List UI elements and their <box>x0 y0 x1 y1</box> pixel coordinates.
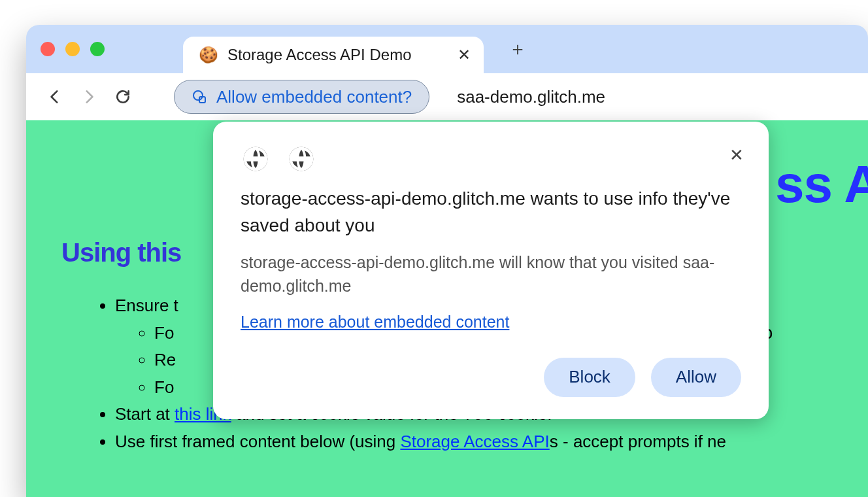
allow-button[interactable]: Allow <box>651 358 741 397</box>
storage-access-api-link[interactable]: Storage Access API <box>400 432 549 451</box>
window-minimize-icon[interactable] <box>65 42 80 56</box>
browser-tab[interactable]: 🍪 Storage Access API Demo ✕ <box>183 37 484 73</box>
page-heading-fragment: ss A <box>775 154 868 214</box>
permission-chip[interactable]: Allow embedded content? <box>174 80 429 114</box>
list-item: Use first framed content below (using St… <box>115 428 868 456</box>
globe-icon <box>241 144 271 174</box>
permission-chip-label: Allow embedded content? <box>216 87 412 107</box>
popup-close-icon[interactable]: ✕ <box>729 145 744 165</box>
traffic-lights <box>41 42 105 56</box>
svg-point-0 <box>193 91 203 100</box>
popup-icon-row <box>241 144 741 174</box>
tab-close-icon[interactable]: ✕ <box>458 46 471 64</box>
popup-actions: Block Allow <box>241 358 741 397</box>
back-icon[interactable] <box>46 88 64 106</box>
embed-permission-icon <box>192 89 207 105</box>
tab-title: Storage Access API Demo <box>227 46 448 64</box>
block-button[interactable]: Block <box>544 358 635 397</box>
popup-body: storage-access-api-demo.glitch.me will k… <box>241 250 741 298</box>
learn-more-link[interactable]: Learn more about embedded content <box>241 313 509 332</box>
window-maximize-icon[interactable] <box>90 42 105 56</box>
window-close-icon[interactable] <box>41 42 55 56</box>
toolbar: Allow embedded content? saa-demo.glitch.… <box>26 73 868 120</box>
new-tab-icon[interactable]: ＋ <box>509 37 527 61</box>
reload-icon[interactable] <box>114 88 132 106</box>
url-display[interactable]: saa-demo.glitch.me <box>457 87 605 107</box>
popup-title: storage-access-api-demo.glitch.me wants … <box>241 186 741 239</box>
tab-strip: 🍪 Storage Access API Demo ✕ ＋ <box>26 25 868 73</box>
permission-popup: ✕ storage-access-api-demo.glitch.me want… <box>213 122 769 419</box>
forward-icon[interactable] <box>80 88 98 106</box>
tab-favicon: 🍪 <box>199 46 218 64</box>
globe-icon <box>286 144 316 174</box>
